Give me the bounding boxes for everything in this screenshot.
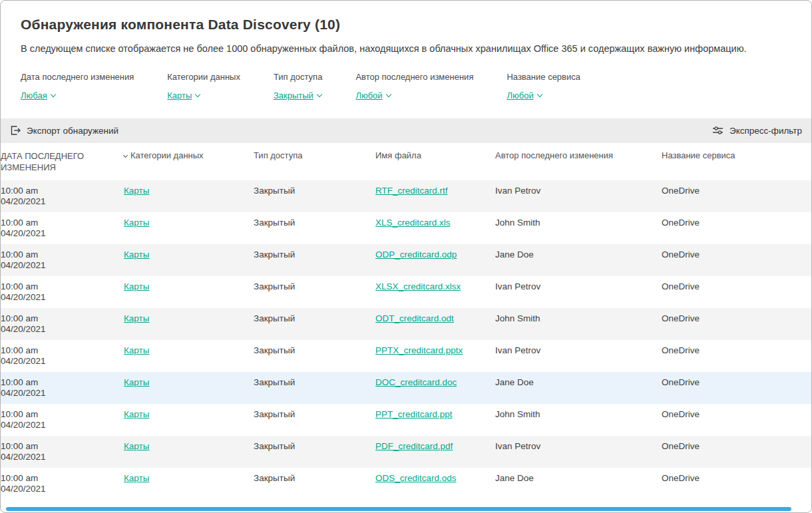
filter-value-dropdown[interactable]: Любая [21,90,55,100]
cell-file-name: ODS_creditcard.ods [375,468,495,500]
filter-group: Название сервиса Любой [507,72,580,101]
cell-date-day: 04/20/2021 [1,292,117,303]
file-name-link[interactable]: RTF_creditcard.rtf [375,186,448,196]
cell-access-type: Закрытый [254,308,375,340]
cell-service: OneDrive [662,244,811,276]
column-header-file-name[interactable]: Имя файла [375,143,495,180]
cell-date-day: 04/20/2021 [1,484,117,494]
cell-category: Карты [124,340,254,372]
horizontal-scrollbar-thumb[interactable] [6,507,791,511]
file-name-link[interactable]: DOC_creditcard.doc [375,377,457,387]
cell-date-time: 10:00 am [1,441,117,452]
cell-author: Ivan Petrov [495,436,662,468]
cell-category: Карты [124,404,254,436]
category-link[interactable]: Карты [124,186,149,196]
cell-service: OneDrive [662,372,811,404]
cell-access-type: Закрытый [254,372,375,404]
cell-date-time: 10:00 am [1,218,117,228]
cell-access-type: Закрытый [254,244,375,276]
cell-date: 10:00 am 04/20/2021 [1,340,124,372]
filter-group: Тип доступа Закрытый [274,72,322,101]
category-link[interactable]: Карты [124,441,149,451]
column-header-access-type[interactable]: Тип доступа [254,143,375,180]
cell-file-name: XLSX_creditcard.xlsx [375,276,495,308]
cell-date: 10:00 am 04/20/2021 [1,308,124,340]
cell-date: 10:00 am 04/20/2021 [1,212,124,244]
file-name-link[interactable]: ODT_creditcard.odt [375,313,454,323]
cell-author: John Smith [495,404,662,436]
file-name-link[interactable]: XLS_creditcard.xls [375,218,451,228]
quick-filter-label: Экспресс-фильтр [729,126,802,136]
cell-date-day: 04/20/2021 [1,260,117,271]
filter-group: Автор последнего изменения Любой [355,72,473,101]
cell-category: Карты [124,212,254,244]
cell-service: OneDrive [662,212,811,244]
cell-service: OneDrive [662,308,811,340]
cell-date: 10:00 am 04/20/2021 [1,276,124,308]
export-detections-button[interactable]: Экспорт обнаружений [10,125,118,136]
cell-category: Карты [124,372,254,404]
category-link[interactable]: Карты [124,377,149,387]
cell-category: Карты [124,180,254,212]
table-row: 10:00 am 04/20/2021 Карты Закрытый ODP_c… [1,244,811,276]
cell-service: OneDrive [662,436,811,468]
cell-author: John Smith [495,212,662,244]
cell-category: Карты [124,244,254,276]
cell-file-name: PPT_creditcard.ppt [375,404,495,436]
filter-value-dropdown[interactable]: Карты [167,90,200,100]
cell-author: Jane Doe [495,244,662,276]
file-name-link[interactable]: ODS_creditcard.ods [375,473,457,483]
category-link[interactable]: Карты [124,313,149,323]
file-name-link[interactable]: XLSX_creditcard.xlsx [375,281,461,291]
file-name-link[interactable]: PPT_creditcard.ppt [375,409,453,419]
cell-date-time: 10:00 am [1,345,117,356]
column-header-date[interactable]: ДАТА ПОСЛЕДНЕГО ИЗМЕНЕНИЯ [1,143,124,180]
cell-date-time: 10:00 am [1,377,117,388]
filter-value-dropdown[interactable]: Любой [507,90,541,100]
category-link[interactable]: Карты [124,345,149,355]
filter-label: Категории данных [167,72,240,82]
filter-group: Дата последнего изменения Любая [21,72,134,101]
filter-group: Категории данных Карты [167,72,240,101]
table-header-row: ДАТА ПОСЛЕДНЕГО ИЗМЕНЕНИЯ Категории данн… [1,143,811,180]
cell-author: John Smith [495,308,662,340]
table-row: 10:00 am 04/20/2021 Карты Закрытый PPTX_… [1,340,811,372]
category-link[interactable]: Карты [124,409,149,419]
category-link[interactable]: Карты [124,218,149,228]
cell-category: Карты [124,276,254,308]
column-header-category[interactable]: Категории данных [124,143,254,180]
cell-access-type: Закрытый [254,276,375,308]
data-discovery-page: Обнаружения компонента Data Discovery (1… [0,0,812,513]
file-name-link[interactable]: ODP_creditcard.odp [375,250,457,259]
filter-label: Дата последнего изменения [21,72,134,82]
table-row: 10:00 am 04/20/2021 Карты Закрытый PDF_c… [1,436,811,468]
cell-date: 10:00 am 04/20/2021 [1,436,124,468]
category-link[interactable]: Карты [124,250,149,259]
filter-label: Название сервиса [507,72,580,82]
category-link[interactable]: Карты [124,473,149,483]
file-name-link[interactable]: PDF_creditcard.pdf [375,441,453,451]
filter-value-dropdown[interactable]: Любой [355,90,390,100]
cell-date-day: 04/20/2021 [1,452,117,462]
cell-file-name: RTF_creditcard.rtf [375,180,495,212]
toolbar: Экспорт обнаружений Экспресс-фильтр [1,118,811,143]
cell-date-time: 10:00 am [1,473,117,484]
cell-service: OneDrive [662,404,811,436]
page-title: Обнаружения компонента Data Discovery (1… [21,17,791,33]
quick-filter-button[interactable]: Экспресс-фильтр [712,125,802,136]
cell-date: 10:00 am 04/20/2021 [1,244,124,276]
cell-date-day: 04/20/2021 [1,420,117,430]
column-header-service[interactable]: Название сервиса [662,143,811,180]
file-name-link[interactable]: PPTX_creditcard.pptx [375,345,463,355]
column-header-author[interactable]: Автор последнего изменения [495,143,662,180]
cell-file-name: PDF_creditcard.pdf [375,436,495,468]
cell-file-name: DOC_creditcard.doc [375,372,495,404]
filter-value-dropdown[interactable]: Закрытый [274,90,321,100]
cell-date: 10:00 am 04/20/2021 [1,180,124,212]
table-row: 10:00 am 04/20/2021 Карты Закрытый PPT_c… [1,404,811,436]
cell-date-day: 04/20/2021 [1,196,117,207]
category-link[interactable]: Карты [124,281,149,291]
cell-service: OneDrive [662,468,811,500]
sliders-icon [712,125,723,136]
cell-author: Jane Doe [495,372,662,404]
